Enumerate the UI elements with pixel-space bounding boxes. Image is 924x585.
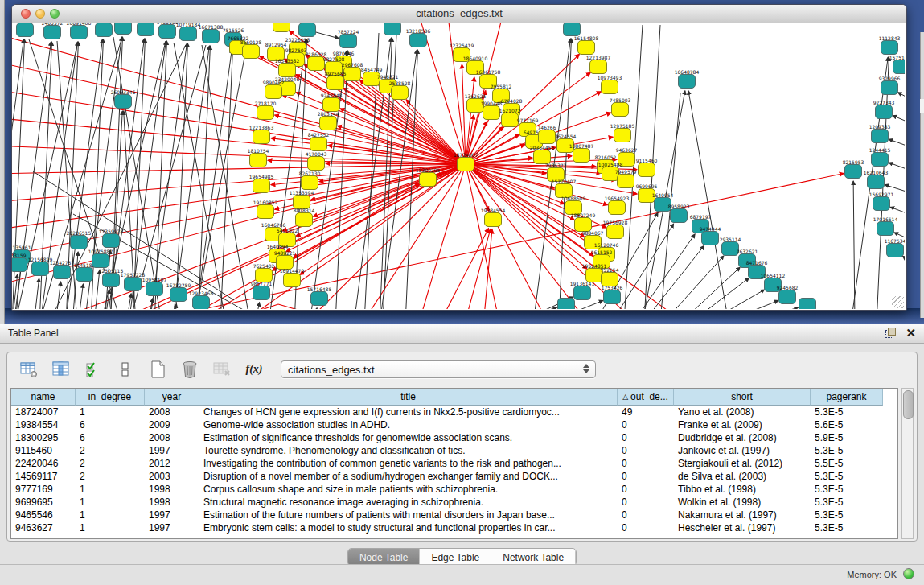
column-header-short[interactable]: short — [674, 389, 811, 406]
graph-node[interactable] — [679, 75, 696, 89]
graph-node[interactable] — [279, 64, 296, 77]
graph-node[interactable] — [612, 103, 629, 117]
column-header-in_degree[interactable]: in_degree — [76, 389, 145, 406]
graph-node[interactable] — [578, 41, 595, 55]
graph-node[interactable] — [614, 129, 631, 142]
graph-node[interactable] — [868, 175, 885, 189]
column-header-year[interactable]: year — [145, 389, 199, 406]
select-rows-button[interactable] — [83, 360, 104, 379]
graph-node[interactable] — [881, 81, 898, 95]
graph-node[interactable] — [539, 130, 556, 144]
table-row[interactable]: 969969511998Structural magnetic resonanc… — [11, 496, 897, 509]
tab-node-table[interactable]: Node Table — [348, 549, 421, 566]
graph-node[interactable] — [71, 26, 88, 39]
graph-node[interactable] — [602, 80, 618, 94]
graph-node[interactable] — [872, 153, 889, 167]
graph-node[interactable] — [575, 218, 592, 232]
graph-node[interactable] — [193, 296, 210, 310]
graph-node[interactable] — [125, 278, 142, 291]
graph-node[interactable] — [103, 274, 120, 287]
tab-network-table[interactable]: Network Table — [491, 549, 576, 566]
graph-node[interactable] — [146, 282, 163, 296]
graph-node[interactable] — [558, 299, 575, 310]
manage-columns-button[interactable] — [18, 360, 39, 379]
graph-node[interactable] — [12, 258, 27, 272]
graph-node[interactable] — [876, 105, 893, 119]
close-panel-icon[interactable]: ✕ — [906, 328, 916, 338]
graph-node[interactable] — [845, 165, 862, 179]
graph-node[interactable] — [277, 256, 294, 270]
graph-node[interactable] — [320, 117, 337, 130]
graph-node[interactable] — [170, 288, 187, 302]
graph-node[interactable] — [340, 35, 357, 48]
float-panel-icon[interactable] — [885, 328, 896, 338]
graph-node[interactable] — [71, 236, 88, 249]
graph-node[interactable] — [308, 57, 325, 71]
graph-node[interactable] — [253, 130, 270, 144]
table-row[interactable]: 946554611997Estimation of the future num… — [11, 509, 897, 521]
graph-node[interactable] — [76, 268, 93, 282]
graph-node[interactable] — [602, 273, 618, 286]
column-header-title[interactable]: title — [199, 389, 618, 406]
graph-node[interactable] — [257, 205, 274, 219]
function-builder-button[interactable]: f(x) — [244, 360, 265, 379]
table-row[interactable]: 946362711997Embryonic stem cells: a mode… — [11, 521, 897, 534]
graph-node[interactable] — [779, 290, 796, 304]
graph-node[interactable] — [253, 286, 270, 300]
tab-edge-table[interactable]: Edge Table — [420, 549, 491, 566]
graph-node[interactable] — [296, 213, 313, 227]
graph-node[interactable] — [250, 154, 267, 167]
graph-node[interactable] — [607, 225, 624, 239]
graph-node[interactable] — [590, 60, 607, 74]
graph-node[interactable] — [873, 197, 890, 211]
graph-node[interactable] — [253, 179, 270, 193]
graph-node[interactable] — [573, 149, 590, 163]
graph-node[interactable] — [265, 85, 282, 99]
graph-node[interactable] — [138, 23, 154, 36]
table-scrollbar[interactable] — [901, 388, 914, 539]
window-resize-grip[interactable] — [892, 296, 904, 308]
graph-node[interactable] — [420, 173, 437, 187]
window-titlebar[interactable]: citations_edges.txt — [12, 5, 906, 23]
graph-node[interactable] — [273, 23, 290, 32]
graph-node[interactable] — [384, 23, 401, 35]
graph-node[interactable] — [604, 290, 621, 304]
delete-column-button[interactable] — [179, 360, 200, 379]
graph-node[interactable] — [639, 163, 655, 177]
graph-node[interactable] — [180, 27, 197, 41]
column-header-name[interactable]: name — [11, 389, 76, 406]
graph-node[interactable] — [410, 34, 427, 47]
graph-node[interactable] — [881, 41, 898, 55]
column-header-out_de[interactable]: △out_de... — [618, 389, 674, 406]
graph-node[interactable] — [284, 274, 301, 287]
graph-node[interactable] — [92, 254, 109, 268]
delete-table-button[interactable] — [211, 360, 232, 379]
graph-node[interactable] — [256, 269, 273, 282]
graph-node[interactable] — [618, 175, 634, 188]
graph-node[interactable] — [458, 158, 474, 171]
right-panel-edge[interactable] — [920, 32, 924, 318]
graph-node[interactable] — [671, 209, 688, 223]
graph-node[interactable] — [308, 157, 325, 171]
graph-node[interactable] — [574, 286, 591, 300]
graph-node[interactable] — [893, 60, 906, 74]
graph-node[interactable] — [534, 150, 551, 164]
memory-status-indicator[interactable] — [903, 568, 914, 579]
graph-node[interactable] — [311, 292, 328, 306]
left-panel-edge[interactable] — [0, 0, 5, 324]
graph-node[interactable] — [564, 23, 581, 36]
graph-node[interactable] — [344, 68, 361, 81]
graph-node[interactable] — [299, 23, 316, 37]
graph-node[interactable] — [294, 196, 310, 209]
table-row[interactable]: 1872400712008Changes of HCN gene express… — [11, 406, 897, 418]
graph-node[interactable] — [485, 213, 502, 227]
table-row[interactable]: 977716911998Corpus callosum shape and si… — [11, 483, 897, 496]
graph-node[interactable] — [96, 23, 113, 37]
graph-node[interactable] — [799, 299, 816, 310]
graph-node[interactable] — [17, 23, 34, 37]
graph-node[interactable] — [44, 26, 61, 39]
row-height-button[interactable] — [115, 360, 136, 379]
scrollbar-thumb[interactable] — [903, 390, 914, 419]
new-column-button[interactable] — [147, 360, 168, 379]
graph-node[interactable] — [323, 98, 340, 112]
